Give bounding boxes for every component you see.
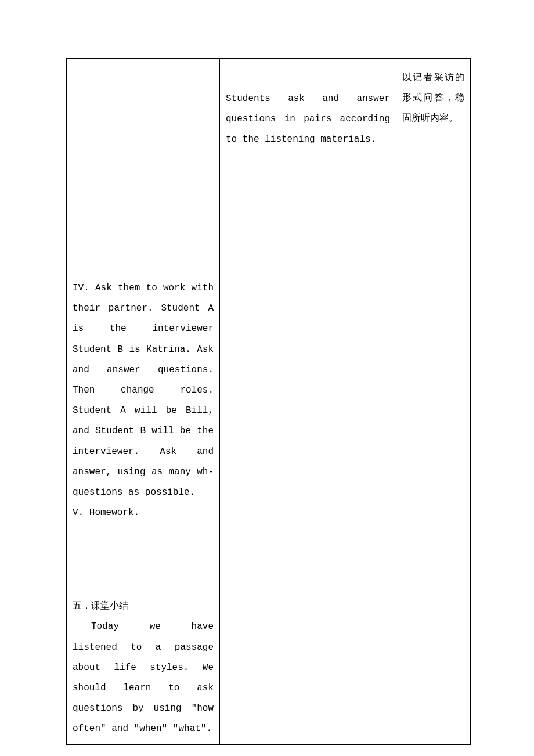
col1-content: IV. Ask them to work with their partner.… xyxy=(67,59,219,744)
lesson-plan-table: IV. Ask them to work with their partner.… xyxy=(66,58,471,745)
col3-content: 以记者采访的形式问答，稳固所听内容。 xyxy=(396,59,470,133)
purpose-text: 以记者采访的形式问答，稳固所听内容。 xyxy=(402,67,464,128)
section-v-text: V. Homework. xyxy=(73,503,214,523)
page-container: IV. Ask them to work with their partner.… xyxy=(0,0,534,756)
summary-title: 五．课堂小结 xyxy=(73,596,214,617)
purpose-cell: 以记者采访的形式问答，稳固所听内容。 xyxy=(396,59,471,745)
spacer xyxy=(73,523,214,596)
section-iv-text: IV. Ask them to work with their partner.… xyxy=(73,278,214,503)
student-activity-cell: Students ask and answer questions in pai… xyxy=(220,59,396,745)
teacher-activity-cell: IV. Ask them to work with their partner.… xyxy=(67,59,220,745)
col2-content: Students ask and answer questions in pai… xyxy=(220,59,396,155)
table-row: IV. Ask them to work with their partner.… xyxy=(67,59,471,745)
spacer xyxy=(73,63,214,278)
student-activity-text: Students ask and answer questions in pai… xyxy=(226,89,390,150)
summary-text: Today we have listened to a passage abou… xyxy=(73,617,214,739)
